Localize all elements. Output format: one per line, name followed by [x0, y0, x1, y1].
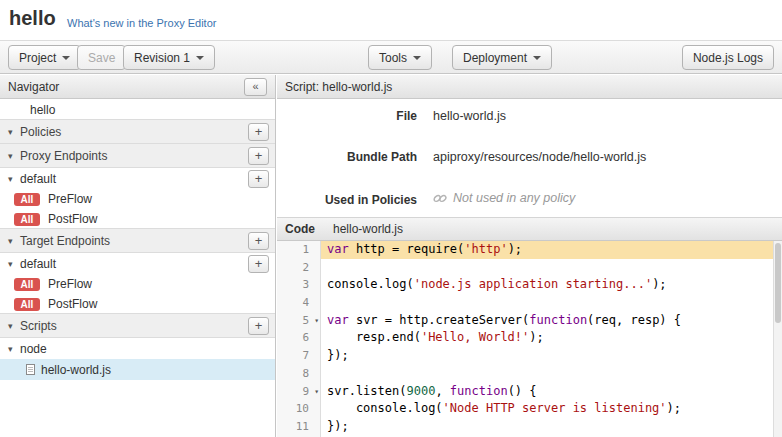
disclosure-triangle-icon[interactable]: ▾ [8, 236, 20, 246]
code-filename: hello-world.js [333, 222, 403, 236]
tree-subsection-default[interactable]: ▾default+ [0, 168, 275, 189]
line-number: 11 [277, 418, 321, 436]
code-editor[interactable]: 1var http = require('http');23console.lo… [277, 241, 782, 437]
line-number: 2 [277, 259, 321, 277]
code-line-text[interactable]: resp.end('Hello, World!'); [321, 329, 782, 347]
field-label: Used in Policies [277, 193, 417, 207]
tree-subsection-node[interactable]: ▾node [0, 338, 275, 359]
add-button[interactable]: + [248, 255, 269, 273]
code-line[interactable]: 1var http = require('http'); [277, 241, 782, 259]
code-line-text[interactable]: }); [321, 347, 782, 365]
disclosure-triangle-icon[interactable]: ▾ [8, 259, 20, 269]
script-panel-header: Script: hello-world.js [277, 75, 782, 99]
add-button[interactable]: + [248, 170, 269, 188]
project-menu-label: Project [19, 51, 56, 65]
fold-toggle-icon[interactable]: ▾ [314, 312, 319, 330]
tree-item-hello[interactable]: hello [0, 99, 275, 120]
tree-subsection-default[interactable]: ▾default+ [0, 253, 275, 274]
code-line-text[interactable] [321, 294, 782, 312]
code-line-text[interactable] [321, 365, 782, 383]
fold-toggle-icon[interactable]: ▾ [314, 383, 319, 401]
deployment-menu-label: Deployment [463, 51, 527, 65]
save-label: Save [88, 51, 115, 65]
tools-menu-button[interactable]: Tools [368, 45, 432, 70]
code-line[interactable]: 7}); [277, 347, 782, 365]
tree-label: PostFlow [48, 297, 97, 311]
script-metadata: Filehello-world.jsBundle Pathapiproxy/re… [277, 99, 782, 217]
caret-down-icon [533, 56, 541, 60]
field-row-file: Filehello-world.js [277, 109, 782, 123]
code-line[interactable]: 3console.log('node.js application starti… [277, 276, 782, 294]
disclosure-triangle-icon[interactable]: ▾ [8, 151, 20, 161]
navigator-header: Navigator « [0, 75, 275, 99]
field-value-text: Not used in any policy [453, 191, 575, 205]
script-detail-panel: Script: hello-world.js Filehello-world.j… [277, 75, 782, 437]
revision-menu-label: Revision 1 [134, 51, 190, 65]
code-line-text[interactable]: console.log('node.js application startin… [321, 276, 782, 294]
add-button[interactable]: + [248, 147, 269, 165]
code-line[interactable]: 11}); [277, 418, 782, 436]
disclosure-triangle-icon[interactable]: ▾ [8, 321, 20, 331]
code-line-text[interactable]: }); [321, 418, 782, 436]
code-line-text[interactable]: var http = require('http'); [321, 241, 782, 259]
project-menu-button[interactable]: Project [8, 45, 81, 70]
code-line[interactable]: 5▾var svr = http.createServer(function(r… [277, 312, 782, 330]
code-line-text[interactable]: svr.listen(9000, function() { [321, 383, 782, 401]
tree-label: Policies [20, 125, 61, 139]
tree-label: Scripts [20, 319, 57, 333]
tree-section-target-endpoints[interactable]: ▾Target Endpoints+ [0, 228, 275, 253]
code-line[interactable]: 8 [277, 365, 782, 383]
revision-menu-button[interactable]: Revision 1 [123, 45, 215, 70]
flow-condition-badge: All [14, 213, 40, 226]
navigator-tree: hello▾Policies+▾Proxy Endpoints+▾default… [0, 99, 275, 380]
code-line-text[interactable]: var svr = http.createServer(function(req… [321, 312, 782, 330]
flow-condition-badge: All [14, 193, 40, 206]
tree-flow-preflow[interactable]: AllPreFlow [0, 274, 275, 294]
code-editor-header: Code hello-world.js [277, 217, 782, 241]
line-number: 4 [277, 294, 321, 312]
code-line[interactable]: 2 [277, 259, 782, 277]
code-tab[interactable]: Code [285, 222, 315, 236]
add-button[interactable]: + [248, 232, 269, 250]
tree-label: default [20, 172, 56, 186]
page-title: hello [9, 7, 56, 30]
whats-new-link[interactable]: What's new in the Proxy Editor [67, 17, 216, 29]
add-button[interactable]: + [248, 317, 269, 335]
field-row-used-in-policies: Used in PoliciesNot used in any policy [277, 191, 782, 207]
disclosure-triangle-icon[interactable]: ▾ [8, 174, 20, 184]
code-line[interactable]: 6 resp.end('Hello, World!'); [277, 329, 782, 347]
code-line-text[interactable]: console.log('Node HTTP server is listeni… [321, 400, 782, 418]
nodejs-logs-button[interactable]: Node.js Logs [682, 45, 774, 70]
vertical-scrollbar[interactable] [773, 241, 782, 437]
disclosure-triangle-icon[interactable]: ▾ [8, 344, 20, 354]
tree-file-hello-world-js[interactable]: hello-world.js [0, 359, 275, 380]
scrollbar-thumb[interactable] [775, 243, 781, 323]
line-number: 8 [277, 365, 321, 383]
tree-label: PostFlow [48, 212, 97, 226]
tree-label: hello-world.js [41, 363, 111, 377]
tree-section-scripts[interactable]: ▾Scripts+ [0, 313, 275, 338]
page-header: hello What's new in the Proxy Editor [0, 0, 782, 40]
add-button[interactable]: + [248, 123, 269, 141]
disclosure-triangle-icon[interactable]: ▾ [8, 127, 20, 137]
toolbar: Project Save Revision 1 Tools Deployment… [0, 40, 782, 74]
tree-label: node [20, 342, 47, 356]
collapse-navigator-button[interactable]: « [244, 78, 267, 96]
line-number: 1 [277, 241, 321, 259]
caret-down-icon [196, 56, 204, 60]
code-line[interactable]: 10 console.log('Node HTTP server is list… [277, 400, 782, 418]
broken-link-icon [433, 193, 447, 204]
tree-section-policies[interactable]: ▾Policies+ [0, 119, 275, 144]
tree-flow-preflow[interactable]: AllPreFlow [0, 189, 275, 209]
code-line[interactable]: 4 [277, 294, 782, 312]
deployment-menu-button[interactable]: Deployment [452, 45, 552, 70]
tree-flow-postflow[interactable]: AllPostFlow [0, 294, 275, 314]
line-number: 9▾ [277, 383, 321, 401]
save-button[interactable]: Save [77, 45, 126, 70]
tree-flow-postflow[interactable]: AllPostFlow [0, 209, 275, 229]
tree-section-proxy-endpoints[interactable]: ▾Proxy Endpoints+ [0, 143, 275, 168]
code-line-text[interactable] [321, 259, 782, 277]
code-line[interactable]: 9▾svr.listen(9000, function() { [277, 383, 782, 401]
proxy-editor-app: hello What's new in the Proxy Editor Pro… [0, 0, 782, 437]
tree-label: PreFlow [48, 277, 92, 291]
